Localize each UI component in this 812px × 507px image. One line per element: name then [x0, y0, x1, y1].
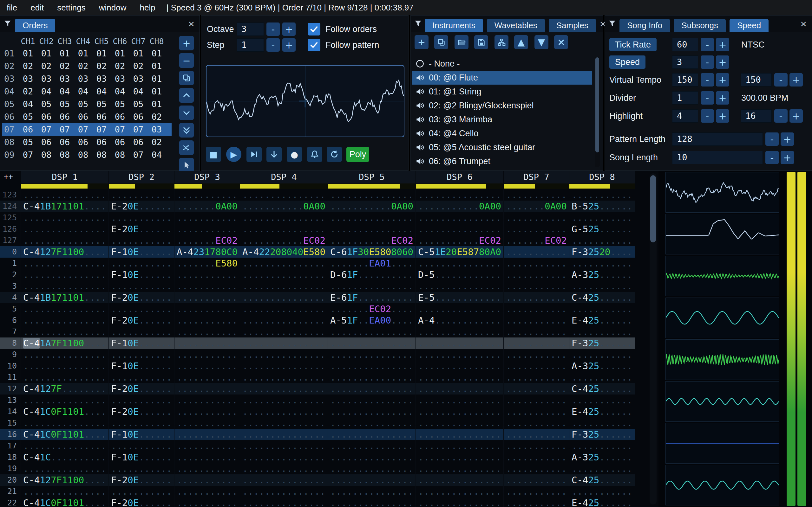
pattern-cell[interactable]: ...............	[20, 486, 108, 497]
pattern-cell[interactable]: ...........	[569, 189, 635, 201]
pattern-cell[interactable]: F-10E......	[108, 360, 174, 372]
play-button[interactable]: ▶	[226, 147, 241, 162]
pattern-cell[interactable]: A-4............	[415, 315, 503, 326]
order-cell[interactable]: 02	[92, 60, 111, 72]
order-cell[interactable]: 02	[19, 60, 37, 72]
pattern-cell[interactable]: ...............	[20, 315, 108, 326]
order-cell[interactable]: 04	[148, 149, 166, 161]
speed-decrease-button[interactable]: -	[701, 55, 714, 69]
order-cell[interactable]: 07	[111, 123, 129, 136]
pattern-cell[interactable]: ...........0A00	[240, 201, 328, 212]
pattern-cell[interactable]: ...........	[174, 417, 240, 429]
speed-input[interactable]: 3	[672, 55, 698, 69]
pattern-cell[interactable]: ...........	[503, 337, 569, 349]
pattern-cell[interactable]: ...........	[174, 452, 240, 463]
duplicate-order-end-button[interactable]	[179, 123, 194, 137]
pattern-cell[interactable]: .......0A00	[503, 201, 569, 212]
instrument-item[interactable]: 03: @3 Marimba	[412, 112, 592, 126]
highlight-first-decrease-button[interactable]: -	[701, 109, 714, 123]
pattern-cell[interactable]: E-425......	[569, 406, 635, 417]
order-row[interactable]: 010101010101010101	[2, 47, 171, 60]
pattern-cell[interactable]: ...........	[174, 280, 240, 292]
tick-rate-button[interactable]: Tick Rate	[609, 38, 657, 51]
pattern-cell[interactable]: ...........	[503, 292, 569, 303]
pattern-cell[interactable]: ...............	[415, 497, 503, 507]
pattern-cell[interactable]: ...........	[503, 326, 569, 337]
record-button[interactable]: ●	[287, 147, 302, 162]
pattern-cell[interactable]: ...........	[569, 326, 635, 337]
pattern-cell[interactable]: ...............	[20, 235, 108, 246]
highlight-second-input[interactable]: 16	[741, 109, 772, 123]
virtual-tempo-denominator-input[interactable]: 150	[741, 73, 772, 87]
move-instrument-down-button[interactable]: ▼	[535, 35, 548, 49]
pattern-cell[interactable]: ...........	[503, 463, 569, 474]
pattern-cell[interactable]: ...........	[108, 372, 174, 383]
pattern-cell[interactable]: ...........	[569, 303, 635, 315]
pattern-cell[interactable]: F-10E......	[108, 246, 174, 258]
channel-name[interactable]: DSP 4	[240, 171, 328, 183]
virtual-tempo-numerator-input[interactable]: 150	[672, 73, 698, 87]
order-cell[interactable]: 05	[129, 98, 148, 111]
open-instrument-button[interactable]	[455, 35, 468, 49]
pattern-cell[interactable]: ...............	[415, 189, 503, 201]
add-order-button[interactable]: +	[179, 36, 194, 50]
pattern-cell[interactable]: .......EC02	[503, 235, 569, 246]
pattern-cell[interactable]: ...............	[328, 474, 415, 486]
pattern-cell[interactable]: ...............	[328, 463, 415, 474]
order-cell[interactable]: 05	[55, 98, 74, 111]
virtual-tempo-numerator-increase-button[interactable]: +	[716, 73, 729, 87]
pattern-cell[interactable]: ...............	[20, 360, 108, 372]
order-cell[interactable]: 07	[74, 123, 92, 136]
pattern-cell[interactable]: ...............	[240, 326, 328, 337]
pattern-cell[interactable]: ...........	[108, 280, 174, 292]
instrument-folder-button[interactable]	[495, 35, 508, 49]
song-length-increase-button[interactable]: +	[780, 151, 794, 164]
pattern-cell[interactable]: ...........	[503, 417, 569, 429]
pattern-cell[interactable]: ...............	[20, 440, 108, 452]
pattern-cell[interactable]: ...............	[328, 429, 415, 440]
move-order-down-button[interactable]	[179, 106, 194, 120]
pattern-cell[interactable]: F-20E......	[108, 383, 174, 395]
order-cell[interactable]: 02	[55, 60, 74, 72]
channel-name[interactable]: DSP 5	[328, 171, 415, 183]
pattern-cell[interactable]: ...........	[174, 429, 240, 440]
order-cell[interactable]: 06	[55, 111, 74, 123]
pattern-cell[interactable]: ...........	[503, 360, 569, 372]
highlight-second-decrease-button[interactable]: -	[774, 109, 788, 123]
order-cell[interactable]: 01	[148, 60, 166, 72]
tab-wavetables[interactable]: Wavetables	[487, 19, 545, 32]
order-cell[interactable]: 06	[111, 111, 129, 123]
order-cell[interactable]: 01	[92, 47, 111, 60]
pattern-cell[interactable]: ...............	[20, 463, 108, 474]
pattern-cell[interactable]: ...........	[503, 406, 569, 417]
order-cell[interactable]: 01	[55, 47, 74, 60]
pattern-cell[interactable]: ...............	[328, 337, 415, 349]
pattern-cell[interactable]: ...............	[328, 440, 415, 452]
pattern-cell[interactable]: F-20E......	[108, 474, 174, 486]
order-cell[interactable]: 06	[55, 136, 74, 149]
order-row[interactable]: 080506060606060602	[2, 136, 171, 149]
order-row[interactable]: 020202020202020201	[2, 60, 171, 72]
delete-instrument-button[interactable]	[554, 35, 568, 49]
order-cell[interactable]: 04	[19, 98, 37, 111]
instrument-item[interactable]: 06: @6 Trumpet	[412, 154, 592, 168]
highlight-second-increase-button[interactable]: +	[790, 109, 803, 123]
order-cell[interactable]: 03	[19, 72, 37, 85]
play-pattern-button[interactable]	[247, 147, 262, 162]
pattern-cell[interactable]: ...........	[108, 258, 174, 269]
order-cell[interactable]: 01	[37, 47, 55, 60]
pattern-cell[interactable]: ...........	[108, 189, 174, 201]
order-cell[interactable]: 04	[111, 85, 129, 98]
window-menu-icon[interactable]	[3, 19, 12, 28]
order-cell[interactable]: 04	[55, 85, 74, 98]
pattern-cell[interactable]: ...............	[415, 486, 503, 497]
save-instrument-button[interactable]	[474, 35, 488, 49]
add-instrument-button[interactable]: +	[415, 35, 428, 49]
order-cell[interactable]: 02	[148, 136, 166, 149]
pattern-cell[interactable]: E-20E......	[108, 223, 174, 235]
order-cell[interactable]: 01	[129, 47, 148, 60]
pattern-cell[interactable]: ...........	[569, 417, 635, 429]
move-order-up-button[interactable]	[179, 88, 194, 103]
pattern-cell[interactable]: ...............	[415, 463, 503, 474]
order-cell[interactable]: 08	[37, 149, 55, 161]
